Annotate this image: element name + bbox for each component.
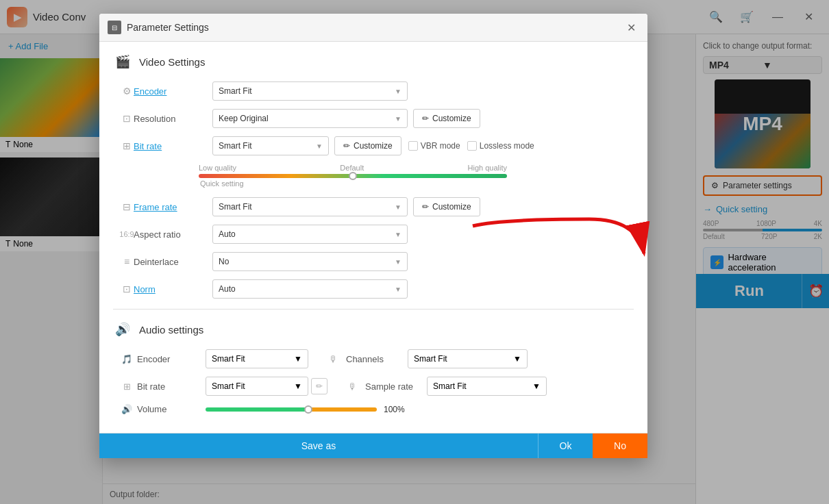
resolution-customize-button[interactable]: ✏ Customize <box>413 109 480 128</box>
dialog-title-icon: ⊟ <box>108 21 121 34</box>
audio-encoder-select[interactable]: Smart Fit ▼ <box>206 349 308 368</box>
sample-rate-icon: 🎙 <box>348 381 362 392</box>
audio-bitrate-select[interactable]: Smart Fit ▼ <box>206 377 308 396</box>
framerate-customize-icon: ✏ <box>422 202 429 212</box>
sample-rate-group: 🎙 Sample rate Smart Fit ▼ <box>348 377 547 396</box>
quality-slider-track[interactable] <box>199 174 507 178</box>
ok-button[interactable]: Ok <box>538 433 593 458</box>
encoder-row: ⚙ Encoder Smart Fit ▼ <box>113 81 634 101</box>
framerate-label[interactable]: Frame rate <box>134 202 212 212</box>
quality-slider-thumb[interactable] <box>349 172 357 180</box>
aspectratio-row: 16:9 Aspect ratio Auto ▼ <box>113 225 634 244</box>
framerate-row: ⊟ Frame rate Smart Fit ▼ ✏ Customize <box>113 197 634 216</box>
audio-bitrate-label: Bit rate <box>137 381 206 392</box>
encoder-select[interactable]: Smart Fit ▼ <box>212 81 408 101</box>
sample-rate-arrow: ▼ <box>532 381 541 391</box>
lossless-checkbox[interactable]: Lossless mode <box>467 141 534 151</box>
volume-row: 🔊 Volume 100% <box>113 404 634 414</box>
vbr-checkbox[interactable]: VBR mode <box>408 141 460 151</box>
save-as-button[interactable]: Save as <box>99 433 538 458</box>
framerate-customize-label: Customize <box>432 202 471 212</box>
audio-settings-title: Audio settings <box>139 324 203 336</box>
quick-setting-sub-label: Quick setting <box>199 179 634 188</box>
resolution-dropdown-arrow: ▼ <box>395 115 401 123</box>
dialog-footer: Save as Ok No <box>99 433 647 458</box>
dialog-title: Parameter Settings <box>127 22 623 33</box>
norm-select[interactable]: Auto ▼ <box>212 279 408 299</box>
framerate-select[interactable]: Smart Fit ▼ <box>212 197 408 216</box>
volume-icon: 🔊 <box>120 404 134 414</box>
edit-icon: ✏ <box>316 381 323 391</box>
audio-settings-icon: 🔊 <box>113 320 132 339</box>
sample-rate-label: Sample rate <box>365 381 427 392</box>
vbr-label: VBR mode <box>421 141 460 151</box>
deinterlace-row: ≡ Deinterlace No ▼ <box>113 252 634 271</box>
audio-channels-group: 🎙 Channels Smart Fit ▼ <box>329 349 528 368</box>
parameter-settings-dialog: ⊟ Parameter Settings ✕ 🎬 Video Settings … <box>99 14 647 458</box>
video-settings-header: 🎬 Video Settings <box>113 52 634 71</box>
volume-slider-thumb[interactable] <box>304 405 312 414</box>
dialog-titlebar: ⊟ Parameter Settings ✕ <box>99 14 647 42</box>
encoder-value: Smart Fit <box>219 86 252 96</box>
norm-icon: ⊡ <box>120 282 134 296</box>
aspectratio-dropdown-arrow: ▼ <box>395 231 401 238</box>
bitrate-dropdown-arrow: ▼ <box>316 142 323 150</box>
section-divider <box>113 309 634 310</box>
audio-encoder-row: 🎵 Encoder Smart Fit ▼ 🎙 Channels Smart F… <box>113 349 634 368</box>
audio-bitrate-edit-button[interactable]: ✏ <box>311 378 327 394</box>
default-quality-label: Default <box>340 164 364 172</box>
channels-select[interactable]: Smart Fit ▼ <box>408 349 528 368</box>
volume-value: 100% <box>384 405 405 414</box>
aspectratio-value: Auto <box>219 229 236 239</box>
audio-encoder-label: Encoder <box>137 354 206 364</box>
aspectratio-icon: 16:9 <box>120 227 134 241</box>
deinterlace-value: No <box>219 257 229 266</box>
bitrate-customize-icon: ✏ <box>343 141 350 151</box>
deinterlace-select[interactable]: No ▼ <box>212 252 408 271</box>
encoder-dropdown-arrow: ▼ <box>395 88 401 95</box>
norm-value: Auto <box>219 284 236 294</box>
video-settings-title: Video Settings <box>139 56 205 68</box>
resolution-select[interactable]: Keep Original ▼ <box>212 109 408 128</box>
aspectratio-select[interactable]: Auto ▼ <box>212 225 408 244</box>
audio-encoder-value: Smart Fit <box>212 354 245 364</box>
channels-label: Channels <box>346 354 408 364</box>
encoder-label[interactable]: Encoder <box>134 86 212 97</box>
sample-rate-select[interactable]: Smart Fit ▼ <box>427 377 547 396</box>
framerate-customize-button[interactable]: ✏ Customize <box>413 197 480 216</box>
bitrate-customize-label: Customize <box>354 141 393 151</box>
resolution-label: Resolution <box>134 114 212 124</box>
deinterlace-icon: ≡ <box>120 255 134 268</box>
dialog-close-button[interactable]: ✕ <box>623 19 639 36</box>
audio-settings-header: 🔊 Audio settings <box>113 320 634 339</box>
quality-slider-container: Low quality Default High quality Quick s… <box>113 164 634 188</box>
framerate-value: Smart Fit <box>219 202 252 212</box>
bitrate-select[interactable]: Smart Fit ▼ <box>212 136 329 155</box>
framerate-dropdown-arrow: ▼ <box>395 203 401 211</box>
norm-dropdown-arrow: ▼ <box>395 286 401 293</box>
bitrate-value: Smart Fit <box>219 141 252 151</box>
customize-icon: ✏ <box>422 114 429 123</box>
norm-label[interactable]: Norm <box>134 284 212 294</box>
bitrate-customize-button[interactable]: ✏ Customize <box>334 136 401 155</box>
resolution-customize-label: Customize <box>432 114 471 123</box>
resolution-value: Keep Original <box>219 114 269 123</box>
channels-arrow: ▼ <box>513 354 521 364</box>
vbr-checkbox-box <box>408 141 418 151</box>
audio-bitrate-row: ⊞ Bit rate Smart Fit ▼ ✏ 🎙 Sample rate S… <box>113 377 634 396</box>
high-quality-label: High quality <box>468 164 507 172</box>
audio-bitrate-icon: ⊞ <box>120 381 134 392</box>
bitrate-label[interactable]: Bit rate <box>134 141 212 151</box>
low-quality-label: Low quality <box>199 164 236 172</box>
audio-bitrate-value: Smart Fit <box>212 381 245 391</box>
no-button[interactable]: No <box>593 433 647 458</box>
deinterlace-dropdown-arrow: ▼ <box>395 258 401 266</box>
lossless-label: Lossless mode <box>480 141 534 151</box>
resolution-row: ⊡ Resolution Keep Original ▼ ✏ Customize <box>113 109 634 128</box>
deinterlace-label: Deinterlace <box>134 257 212 267</box>
encoder-icon: ⚙ <box>120 84 134 98</box>
resolution-icon: ⊡ <box>120 112 134 125</box>
volume-slider-track[interactable] <box>206 407 377 412</box>
bitrate-row: ⊞ Bit rate Smart Fit ▼ ✏ Customize VBR m… <box>113 136 634 155</box>
framerate-icon: ⊟ <box>120 200 134 214</box>
